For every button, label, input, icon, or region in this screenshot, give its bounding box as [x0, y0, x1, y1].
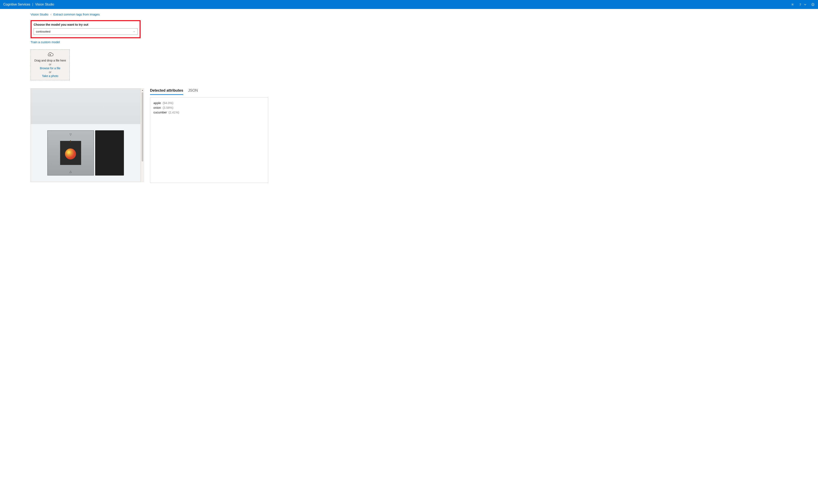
cloud-upload-icon — [46, 52, 54, 58]
attribute-percent: (94.0%) — [163, 101, 173, 105]
product-name: Cognitive Services — [3, 3, 30, 6]
result-tabs: Detected attributes JSON — [150, 88, 268, 95]
preview-background-wall — [31, 89, 140, 124]
train-custom-model-link[interactable]: Train a custom model — [31, 40, 60, 44]
results-area: ▽ △ ▲ — [31, 88, 787, 183]
attribute-name: onion — [153, 106, 161, 109]
top-bar: Cognitive Services | Vision Studio — [0, 0, 818, 9]
detected-attributes-box: apple (94.0%) onion (3.58%) cucumber (2.… — [150, 97, 268, 183]
attribute-row: onion (3.58%) — [153, 106, 265, 109]
chevron-down-icon — [133, 30, 135, 33]
svg-point-4 — [813, 4, 814, 4]
help-icon — [798, 3, 802, 6]
apple-stem — [70, 140, 71, 142]
attribute-row: cucumber (2.41%) — [153, 111, 265, 114]
image-preview: ▽ △ — [31, 88, 141, 182]
attribute-row: apple (94.0%) — [153, 101, 265, 105]
svg-point-2 — [812, 3, 814, 6]
top-bar-title: Cognitive Services | Vision Studio — [3, 3, 54, 6]
tab-json[interactable]: JSON — [188, 88, 198, 95]
image-scrollbar[interactable]: ▲ — [141, 88, 144, 182]
attribute-name: apple — [153, 101, 161, 105]
tray-arrow-up-icon: ▽ — [69, 133, 72, 136]
chevron-right-icon: › — [50, 13, 51, 16]
apple-fruit — [65, 148, 76, 159]
take-photo-link[interactable]: Take a photo — [42, 74, 58, 78]
upload-dropzone[interactable]: Drag and drop a file here or Browse for … — [31, 49, 70, 80]
model-picker-callout: Choose the model you want to try out — [31, 20, 141, 38]
feedback-smiley-icon[interactable] — [811, 3, 815, 6]
results-panel: Detected attributes JSON apple (94.0%) o… — [150, 88, 268, 183]
settings-icon[interactable] — [791, 3, 794, 6]
model-select-input[interactable] — [34, 28, 138, 35]
preview-counter-surface: ▽ △ — [31, 124, 140, 182]
browse-file-link[interactable]: Browse for a file — [40, 67, 60, 70]
tray-arrow-down-icon: △ — [69, 170, 72, 173]
scrollbar-thumb[interactable] — [142, 92, 143, 161]
page-content: Vision Studio › Extract common tags from… — [0, 9, 818, 183]
breadcrumb-current[interactable]: Extract common tags from images — [53, 13, 100, 16]
top-bar-actions — [791, 3, 815, 6]
breadcrumb-root[interactable]: Vision Studio — [31, 13, 48, 16]
dropzone-or-1: or — [49, 63, 51, 66]
preview-scanner-unit — [95, 130, 124, 175]
preview-scanner: ▽ △ — [47, 130, 124, 175]
section-name: Vision Studio — [35, 3, 54, 6]
svg-point-0 — [792, 4, 793, 5]
attribute-name: cucumber — [153, 111, 167, 114]
model-picker-label: Choose the model you want to try out — [34, 23, 138, 26]
help-dropdown[interactable] — [798, 3, 807, 6]
preview-glass — [60, 141, 81, 165]
preview-tray: ▽ △ — [47, 130, 94, 175]
attribute-percent: (3.58%) — [163, 106, 173, 109]
tab-detected-attributes[interactable]: Detected attributes — [150, 88, 183, 95]
dropzone-text: Drag and drop a file here — [34, 59, 66, 62]
model-select[interactable] — [34, 28, 138, 35]
title-separator: | — [32, 3, 33, 6]
scrollbar-up-button[interactable]: ▲ — [141, 89, 144, 92]
breadcrumb: Vision Studio › Extract common tags from… — [31, 13, 787, 16]
chevron-down-icon — [803, 3, 807, 6]
image-preview-column: ▽ △ ▲ — [31, 88, 144, 182]
attribute-percent: (2.41%) — [168, 111, 179, 114]
dropzone-or-2: or — [49, 70, 51, 74]
